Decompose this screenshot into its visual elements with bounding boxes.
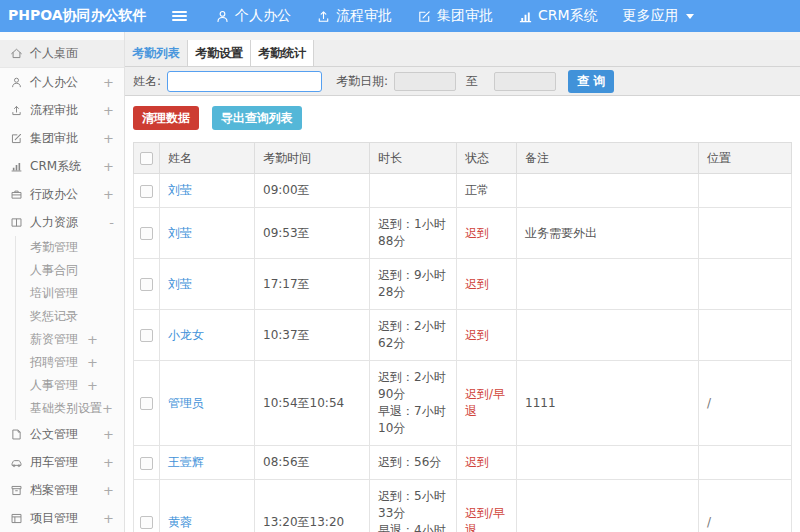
top-nav-item[interactable]: 更多应用: [623, 7, 694, 25]
export-list-button[interactable]: 导出查询列表: [212, 106, 302, 130]
cell-duration: 迟到：2小时62分: [370, 310, 457, 361]
sidebar-item[interactable]: 人事管理 +: [0, 374, 124, 397]
row-checkbox[interactable]: [140, 457, 153, 470]
expander-icon[interactable]: -: [109, 215, 114, 230]
sidebar-item-label: 基础类别设置: [30, 400, 102, 417]
expander-icon[interactable]: +: [103, 159, 114, 174]
expander-icon[interactable]: +: [87, 332, 98, 347]
sidebar-item[interactable]: 招聘管理 +: [0, 351, 124, 374]
top-nav-item[interactable]: CRM系统: [518, 7, 598, 25]
status-badge: 迟到/早退: [465, 506, 505, 532]
sidebar-item-label: 公文管理: [30, 426, 78, 443]
employee-link[interactable]: 管理员: [168, 396, 204, 410]
col-header-time: 考勤时间: [255, 143, 370, 174]
status-badge: 正常: [465, 183, 489, 197]
sidebar-item[interactable]: 基础类别设置 +: [0, 397, 124, 420]
tab[interactable]: 考勤统计: [251, 40, 314, 66]
expander-icon[interactable]: +: [103, 511, 114, 526]
cell-location: [699, 174, 792, 208]
cell-location: [699, 208, 792, 259]
expander-icon[interactable]: +: [102, 401, 113, 416]
app-logo[interactable]: PHPOA协同办公软件: [0, 7, 128, 25]
expander-icon[interactable]: +: [103, 455, 114, 470]
row-checkbox[interactable]: [140, 227, 153, 240]
expander-icon[interactable]: +: [103, 483, 114, 498]
date-to-input[interactable]: [494, 72, 556, 91]
expander-icon[interactable]: +: [103, 103, 114, 118]
employee-link[interactable]: 刘莹: [168, 183, 192, 197]
table-row: 王壹辉 08:56至 迟到：56分 迟到: [134, 446, 792, 480]
sidebar-item[interactable]: 公文管理 +: [0, 420, 124, 448]
row-checkbox[interactable]: [140, 516, 153, 529]
sidebar-item[interactable]: 用车管理 +: [0, 448, 124, 476]
sidebar-item[interactable]: 培训管理: [0, 282, 124, 305]
cell-time: 10:37至: [255, 310, 370, 361]
cell-note: [517, 310, 699, 361]
table-row: 管理员 10:54至10:54 迟到：2小时90分 早退：7小时10分 迟到/早…: [134, 361, 792, 446]
sidebar-item[interactable]: 个人桌面: [0, 40, 124, 68]
status-badge: 迟到: [465, 328, 489, 342]
expander-icon[interactable]: +: [87, 378, 98, 393]
expander-icon[interactable]: +: [103, 187, 114, 202]
sidebar-item[interactable]: 人事合同: [0, 259, 124, 282]
status-badge: 迟到: [465, 277, 489, 291]
sidebar-item[interactable]: 薪资管理 +: [0, 328, 124, 351]
sidebar-item[interactable]: 奖惩记录: [0, 305, 124, 328]
query-button[interactable]: 查 询: [568, 70, 614, 93]
sidebar-item-icon: [10, 104, 23, 117]
select-all-checkbox[interactable]: [140, 152, 153, 165]
tab[interactable]: 考勤列表: [125, 40, 188, 66]
sidebar-item-label: 考勤管理: [30, 239, 78, 256]
table-row: 刘莹 09:53至 迟到：1小时88分 迟到 业务需要外出: [134, 208, 792, 259]
employee-link[interactable]: 刘莹: [168, 226, 192, 240]
employee-link[interactable]: 小龙女: [168, 328, 204, 342]
name-input[interactable]: [167, 71, 322, 92]
cell-note: 1111: [517, 361, 699, 446]
attendance-table: 姓名 考勤时间 时长 状态 备注 位置 刘莹 09:00至: [133, 142, 792, 532]
top-nav-item[interactable]: 个人办公: [215, 7, 291, 25]
sidebar-item[interactable]: 流程审批 +: [0, 96, 124, 124]
expander-icon[interactable]: +: [103, 427, 114, 442]
row-checkbox[interactable]: [140, 329, 153, 342]
expander-icon[interactable]: +: [103, 131, 114, 146]
sidebar-item[interactable]: 人力资源 -: [0, 208, 124, 236]
top-nav-item[interactable]: 流程审批: [316, 7, 392, 25]
sidebar-item[interactable]: CRM系统 +: [0, 152, 124, 180]
sidebar-item[interactable]: 个人办公 +: [0, 68, 124, 96]
row-checkbox[interactable]: [140, 278, 153, 291]
sidebar-item-label: 人力资源: [30, 214, 78, 231]
sidebar-item-label: 行政办公: [30, 186, 78, 203]
sidebar-item-label: 项目管理: [30, 510, 78, 527]
sidebar-item-label: 招聘管理: [30, 354, 78, 371]
cell-time: 13:20至13:20: [255, 480, 370, 532]
tab[interactable]: 考勤设置: [188, 40, 251, 66]
cell-time: 09:00至: [255, 174, 370, 208]
employee-link[interactable]: 王壹辉: [168, 455, 204, 469]
expander-icon[interactable]: +: [87, 355, 98, 370]
row-checkbox[interactable]: [140, 397, 153, 410]
sidebar-item[interactable]: 集团审批 +: [0, 124, 124, 152]
sidebar-item-icon: [10, 484, 23, 497]
sidebar-item[interactable]: 项目管理 +: [0, 504, 124, 532]
filter-bar: 姓名: 考勤日期: 至 查 询: [125, 67, 800, 96]
sidebar-item[interactable]: 行政办公 +: [0, 180, 124, 208]
sidebar-item[interactable]: 档案管理 +: [0, 476, 124, 504]
expander-icon[interactable]: +: [103, 75, 114, 90]
row-checkbox[interactable]: [140, 185, 153, 198]
employee-link[interactable]: 刘莹: [168, 277, 192, 291]
hamburger-menu-icon[interactable]: [168, 5, 191, 27]
nav-label: 流程审批: [336, 7, 392, 25]
top-nav-item[interactable]: 集团审批: [417, 7, 493, 25]
to-label: 至: [466, 73, 478, 90]
clean-data-button[interactable]: 清理数据: [133, 106, 199, 130]
cell-time: 09:53至: [255, 208, 370, 259]
sidebar-item[interactable]: 考勤管理: [0, 236, 124, 259]
date-from-input[interactable]: [394, 72, 456, 91]
sidebar-item-label: 人事管理: [30, 377, 78, 394]
sidebar-item-icon: [10, 160, 23, 173]
date-label: 考勤日期:: [336, 73, 388, 90]
table-row: 刘莹 09:00至 正常: [134, 174, 792, 208]
cell-time: 17:17至: [255, 259, 370, 310]
employee-link[interactable]: 黄蓉: [168, 515, 192, 529]
col-header-duration: 时长: [370, 143, 457, 174]
